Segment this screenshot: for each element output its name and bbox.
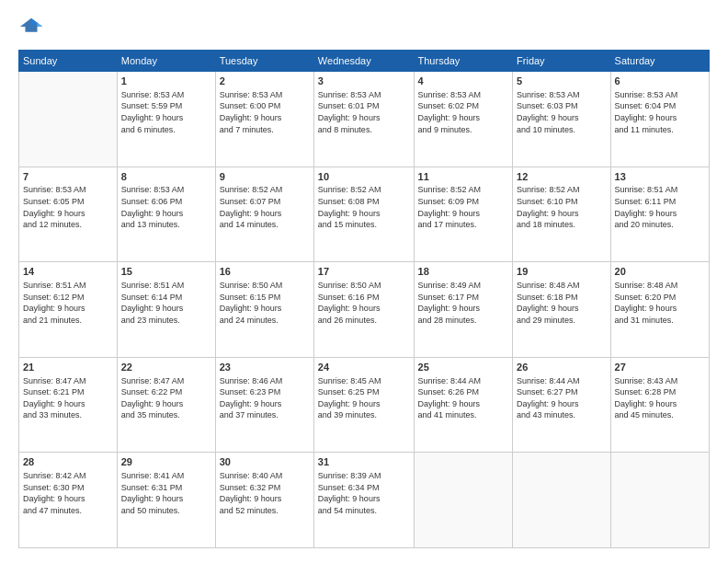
day-number: 17 [318, 265, 410, 279]
svg-marker-2 [38, 22, 43, 27]
day-info: Sunrise: 8:45 AM Sunset: 6:25 PM Dayligh… [318, 375, 410, 421]
day-number: 7 [23, 170, 113, 184]
day-number: 21 [23, 361, 113, 374]
day-info: Sunrise: 8:48 AM Sunset: 6:20 PM Dayligh… [615, 280, 705, 326]
day-number: 15 [121, 265, 211, 279]
day-cell [414, 453, 513, 548]
day-cell: 25Sunrise: 8:44 AM Sunset: 6:26 PM Dayli… [414, 357, 513, 453]
day-number: 20 [615, 265, 705, 279]
weekday-header-sunday: Sunday [19, 51, 118, 72]
weekday-header-monday: Monday [117, 51, 215, 72]
weekday-header-wednesday: Wednesday [313, 51, 414, 72]
day-number: 10 [318, 170, 410, 184]
week-row-2: 7Sunrise: 8:53 AM Sunset: 6:05 PM Daylig… [19, 167, 710, 262]
day-info: Sunrise: 8:47 AM Sunset: 6:22 PM Dayligh… [121, 375, 211, 421]
day-number: 26 [517, 361, 607, 374]
day-info: Sunrise: 8:50 AM Sunset: 6:16 PM Dayligh… [318, 280, 410, 326]
day-number: 16 [220, 265, 310, 279]
day-cell: 13Sunrise: 8:51 AM Sunset: 6:11 PM Dayli… [610, 167, 709, 262]
day-cell: 17Sunrise: 8:50 AM Sunset: 6:16 PM Dayli… [313, 262, 414, 358]
day-info: Sunrise: 8:50 AM Sunset: 6:15 PM Dayligh… [220, 280, 310, 326]
day-cell: 15Sunrise: 8:51 AM Sunset: 6:14 PM Dayli… [117, 262, 215, 358]
day-info: Sunrise: 8:53 AM Sunset: 6:00 PM Dayligh… [220, 89, 310, 135]
day-info: Sunrise: 8:53 AM Sunset: 5:59 PM Dayligh… [121, 89, 211, 135]
day-info: Sunrise: 8:53 AM Sunset: 6:04 PM Dayligh… [615, 89, 705, 135]
day-number: 18 [418, 265, 509, 279]
weekday-header-tuesday: Tuesday [215, 51, 313, 72]
logo-icon [18, 15, 44, 40]
day-info: Sunrise: 8:40 AM Sunset: 6:32 PM Dayligh… [220, 470, 310, 516]
day-info: Sunrise: 8:53 AM Sunset: 6:03 PM Dayligh… [517, 89, 607, 135]
weekday-header-saturday: Saturday [610, 51, 709, 72]
day-number: 31 [318, 455, 410, 469]
day-info: Sunrise: 8:53 AM Sunset: 6:02 PM Dayligh… [418, 89, 509, 135]
day-cell: 23Sunrise: 8:46 AM Sunset: 6:23 PM Dayli… [215, 357, 313, 453]
day-number: 30 [220, 455, 310, 469]
day-number: 14 [23, 265, 113, 279]
header [18, 15, 710, 40]
day-info: Sunrise: 8:51 AM Sunset: 6:14 PM Dayligh… [121, 280, 211, 326]
day-number: 27 [615, 361, 705, 374]
day-cell: 24Sunrise: 8:45 AM Sunset: 6:25 PM Dayli… [313, 357, 414, 453]
day-cell: 27Sunrise: 8:43 AM Sunset: 6:28 PM Dayli… [610, 357, 709, 453]
day-info: Sunrise: 8:41 AM Sunset: 6:31 PM Dayligh… [121, 470, 211, 516]
day-cell: 30Sunrise: 8:40 AM Sunset: 6:32 PM Dayli… [215, 453, 313, 548]
day-number: 29 [121, 455, 211, 469]
day-info: Sunrise: 8:48 AM Sunset: 6:18 PM Dayligh… [517, 280, 607, 326]
day-number: 4 [418, 75, 509, 88]
day-info: Sunrise: 8:52 AM Sunset: 6:07 PM Dayligh… [220, 184, 310, 230]
day-cell [513, 453, 611, 548]
day-info: Sunrise: 8:53 AM Sunset: 6:01 PM Dayligh… [318, 89, 410, 135]
day-info: Sunrise: 8:51 AM Sunset: 6:12 PM Dayligh… [23, 280, 113, 326]
day-cell: 7Sunrise: 8:53 AM Sunset: 6:05 PM Daylig… [19, 167, 118, 262]
day-number: 22 [121, 361, 211, 374]
day-number: 2 [220, 75, 310, 88]
weekday-header-row: SundayMondayTuesdayWednesdayThursdayFrid… [19, 51, 710, 72]
logo [18, 15, 48, 40]
day-info: Sunrise: 8:47 AM Sunset: 6:21 PM Dayligh… [23, 375, 113, 421]
day-cell: 19Sunrise: 8:48 AM Sunset: 6:18 PM Dayli… [513, 262, 611, 358]
day-cell: 12Sunrise: 8:52 AM Sunset: 6:10 PM Dayli… [513, 167, 611, 262]
day-info: Sunrise: 8:46 AM Sunset: 6:23 PM Dayligh… [220, 375, 310, 421]
day-number: 1 [121, 75, 211, 88]
day-number: 11 [418, 170, 509, 184]
day-info: Sunrise: 8:42 AM Sunset: 6:30 PM Dayligh… [23, 470, 113, 516]
day-cell [610, 453, 709, 548]
day-cell: 29Sunrise: 8:41 AM Sunset: 6:31 PM Dayli… [117, 453, 215, 548]
day-info: Sunrise: 8:52 AM Sunset: 6:10 PM Dayligh… [517, 184, 607, 230]
week-row-1: 1Sunrise: 8:53 AM Sunset: 5:59 PM Daylig… [19, 72, 710, 167]
day-info: Sunrise: 8:52 AM Sunset: 6:08 PM Dayligh… [318, 184, 410, 230]
day-info: Sunrise: 8:52 AM Sunset: 6:09 PM Dayligh… [418, 184, 509, 230]
day-cell: 9Sunrise: 8:52 AM Sunset: 6:07 PM Daylig… [215, 167, 313, 262]
day-cell: 22Sunrise: 8:47 AM Sunset: 6:22 PM Dayli… [117, 357, 215, 453]
day-cell: 16Sunrise: 8:50 AM Sunset: 6:15 PM Dayli… [215, 262, 313, 358]
day-cell: 31Sunrise: 8:39 AM Sunset: 6:34 PM Dayli… [313, 453, 414, 548]
day-number: 9 [220, 170, 310, 184]
day-cell: 4Sunrise: 8:53 AM Sunset: 6:02 PM Daylig… [414, 72, 513, 167]
day-info: Sunrise: 8:49 AM Sunset: 6:17 PM Dayligh… [418, 280, 509, 326]
day-cell: 2Sunrise: 8:53 AM Sunset: 6:00 PM Daylig… [215, 72, 313, 167]
calendar-table: SundayMondayTuesdayWednesdayThursdayFrid… [18, 50, 710, 548]
day-number: 5 [517, 75, 607, 88]
day-number: 6 [615, 75, 705, 88]
day-cell: 14Sunrise: 8:51 AM Sunset: 6:12 PM Dayli… [19, 262, 118, 358]
day-cell: 3Sunrise: 8:53 AM Sunset: 6:01 PM Daylig… [313, 72, 414, 167]
calendar-page: SundayMondayTuesdayWednesdayThursdayFrid… [0, 0, 728, 563]
day-info: Sunrise: 8:44 AM Sunset: 6:26 PM Dayligh… [418, 375, 509, 421]
day-number: 24 [318, 361, 410, 374]
week-row-5: 28Sunrise: 8:42 AM Sunset: 6:30 PM Dayli… [19, 453, 710, 548]
day-cell: 11Sunrise: 8:52 AM Sunset: 6:09 PM Dayli… [414, 167, 513, 262]
day-info: Sunrise: 8:53 AM Sunset: 6:06 PM Dayligh… [121, 184, 211, 230]
day-number: 19 [517, 265, 607, 279]
day-cell: 28Sunrise: 8:42 AM Sunset: 6:30 PM Dayli… [19, 453, 118, 548]
day-number: 3 [318, 75, 410, 88]
day-info: Sunrise: 8:53 AM Sunset: 6:05 PM Dayligh… [23, 184, 113, 230]
week-row-3: 14Sunrise: 8:51 AM Sunset: 6:12 PM Dayli… [19, 262, 710, 358]
day-info: Sunrise: 8:43 AM Sunset: 6:28 PM Dayligh… [615, 375, 705, 421]
day-number: 28 [23, 455, 113, 469]
day-number: 8 [121, 170, 211, 184]
day-cell: 8Sunrise: 8:53 AM Sunset: 6:06 PM Daylig… [117, 167, 215, 262]
day-cell [19, 72, 118, 167]
day-cell: 26Sunrise: 8:44 AM Sunset: 6:27 PM Dayli… [513, 357, 611, 453]
day-cell: 1Sunrise: 8:53 AM Sunset: 5:59 PM Daylig… [117, 72, 215, 167]
